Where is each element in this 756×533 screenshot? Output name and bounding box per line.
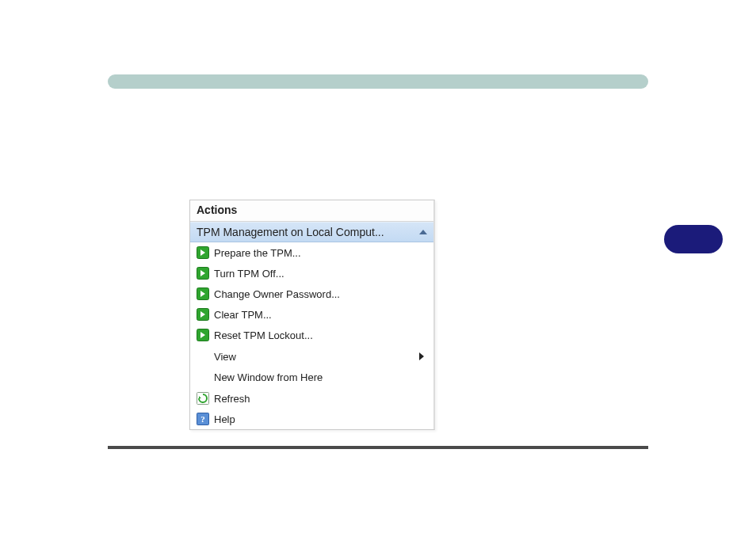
action-turn-tpm-off[interactable]: Turn TPM Off...: [190, 263, 433, 284]
action-refresh[interactable]: Refresh: [190, 388, 433, 409]
help-icon: ?: [197, 412, 214, 426]
actions-panel: Actions TPM Management on Local Comput..…: [189, 200, 435, 430]
action-label: Change Owner Password...: [214, 288, 427, 300]
actions-panel-title: Actions: [190, 200, 433, 222]
action-label: Turn TPM Off...: [214, 268, 427, 280]
action-label: Refresh: [214, 393, 427, 405]
section-header-tpm-management[interactable]: TPM Management on Local Comput...: [190, 222, 433, 242]
action-change-owner-password[interactable]: Change Owner Password...: [190, 284, 433, 304]
action-arrow-icon: [197, 328, 214, 342]
svg-text:?: ?: [200, 414, 205, 424]
action-reset-tpm-lockout[interactable]: Reset TPM Lockout...: [190, 325, 433, 345]
action-label: Help: [214, 413, 427, 425]
action-label: Reset TPM Lockout...: [214, 329, 427, 341]
blank-icon: [197, 370, 214, 384]
action-new-window-from-here[interactable]: New Window from Here: [190, 367, 433, 387]
action-label: Prepare the TPM...: [214, 247, 427, 259]
action-label: New Window from Here: [214, 371, 427, 383]
decorative-pill: [664, 225, 723, 253]
action-label: View: [214, 351, 419, 363]
action-clear-tpm[interactable]: Clear TPM...: [190, 304, 433, 325]
decorative-bottom-bar: [108, 446, 648, 449]
section-header-label: TPM Management on Local Comput...: [197, 226, 384, 238]
action-arrow-icon: [197, 246, 214, 260]
action-arrow-icon: [197, 266, 214, 280]
decorative-top-bar: [108, 74, 648, 89]
action-prepare-the-tpm[interactable]: Prepare the TPM...: [190, 242, 433, 263]
action-arrow-icon: [197, 287, 214, 301]
refresh-icon: [197, 391, 214, 405]
blank-icon: [197, 349, 214, 364]
submenu-arrow-icon: [419, 352, 424, 360]
action-label: Clear TPM...: [214, 309, 427, 321]
action-view[interactable]: View: [190, 346, 433, 367]
action-help[interactable]: ? Help: [190, 409, 433, 429]
action-arrow-icon: [197, 307, 214, 322]
collapse-up-icon: [419, 230, 427, 234]
